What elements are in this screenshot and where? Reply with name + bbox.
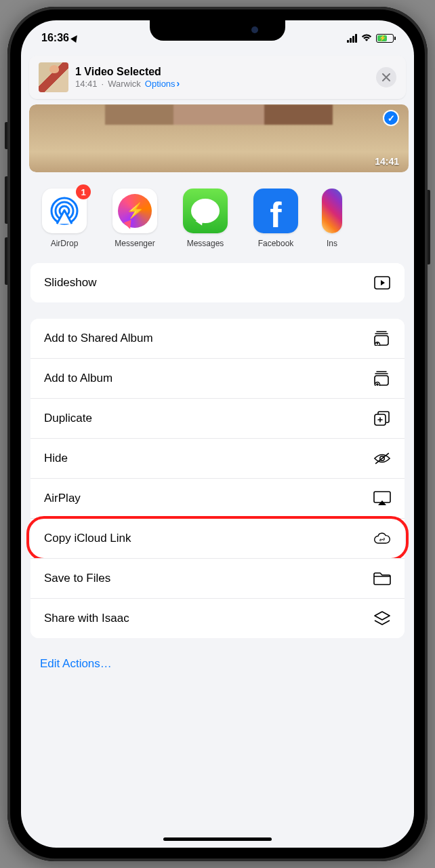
volume-down-button <box>5 237 7 285</box>
edit-actions-link[interactable]: Edit Actions… <box>21 645 414 691</box>
save-files-label: Save to Files <box>44 572 110 585</box>
airdrop-icon: 1 <box>42 189 87 233</box>
selected-check-icon: ✓ <box>383 110 399 126</box>
facebook-app[interactable]: f Facebook <box>251 189 300 248</box>
slideshow-label: Slideshow <box>44 276 97 290</box>
duplicate-label: Duplicate <box>44 412 92 425</box>
header-location: Warwick <box>108 79 141 89</box>
close-button[interactable] <box>376 67 396 87</box>
airplay-icon <box>373 491 391 506</box>
share-with-isaac-action[interactable]: Share with Isaac <box>30 598 405 638</box>
screen: 16:36 ⚡ 1 Video Selected 14:41 · Warwick… <box>21 20 414 848</box>
instagram-app[interactable]: Ins <box>322 189 342 248</box>
mute-switch <box>5 122 7 149</box>
share-apps-row[interactable]: 1 AirDrop ⚡ Messenger Messages f <box>21 172 414 263</box>
slideshow-action[interactable]: Slideshow <box>30 263 405 302</box>
eye-slash-icon <box>373 451 391 466</box>
album-person-icon <box>373 331 391 346</box>
selection-thumbnail <box>39 62 68 92</box>
add-shared-album-action[interactable]: Add to Shared Album <box>30 319 405 358</box>
airplay-action[interactable]: AirPlay <box>30 478 405 518</box>
selection-title: 1 Video Selected <box>75 66 369 78</box>
action-list-1: Slideshow <box>30 263 405 302</box>
video-duration: 14:41 <box>375 156 399 167</box>
wifi-icon <box>361 34 372 42</box>
add-album-label: Add to Album <box>44 372 112 385</box>
play-box-icon <box>373 275 391 290</box>
header-time: 14:41 <box>75 79 98 89</box>
share-isaac-label: Share with Isaac <box>44 612 129 625</box>
hide-label: Hide <box>44 452 68 465</box>
home-indicator[interactable] <box>163 837 272 841</box>
power-button <box>428 190 430 264</box>
notch <box>150 20 285 41</box>
facebook-label: Facebook <box>258 239 294 248</box>
messenger-icon: ⚡ <box>112 189 157 233</box>
add-shared-album-label: Add to Shared Album <box>44 332 153 345</box>
phone-frame: 16:36 ⚡ 1 Video Selected 14:41 · Warwick… <box>7 7 428 861</box>
save-to-files-action[interactable]: Save to Files <box>30 558 405 598</box>
airdrop-label: AirDrop <box>51 239 79 248</box>
options-button[interactable]: Options› <box>145 78 180 89</box>
hide-action[interactable]: Hide <box>30 438 405 478</box>
share-header: 1 Video Selected 14:41 · Warwick Options… <box>29 56 406 99</box>
action-list-2: Add to Shared Album Add to Album Duplica… <box>30 319 405 638</box>
location-arrow-icon <box>70 33 80 43</box>
svg-point-6 <box>377 342 378 344</box>
preview-row: ✓ 14:41 <box>29 104 414 172</box>
airdrop-badge: 1 <box>76 184 91 199</box>
duplicate-icon <box>373 411 391 426</box>
selected-video-preview[interactable]: ✓ 14:41 <box>29 104 409 172</box>
volume-up-button <box>5 176 7 224</box>
chevron-right-icon: › <box>177 78 180 89</box>
separator: · <box>102 79 104 89</box>
messages-label: Messages <box>187 239 224 248</box>
folder-icon <box>373 571 391 586</box>
copy-icloud-link-action[interactable]: Copy iCloud Link <box>30 518 405 558</box>
copy-icloud-label: Copy iCloud Link <box>44 532 131 545</box>
instagram-label: Ins <box>327 239 337 248</box>
layers-icon <box>373 611 391 626</box>
messages-icon <box>183 189 228 233</box>
duplicate-action[interactable]: Duplicate <box>30 398 405 438</box>
airdrop-app[interactable]: 1 AirDrop <box>40 189 89 248</box>
add-album-action[interactable]: Add to Album <box>30 358 405 398</box>
messenger-label: Messenger <box>115 239 154 248</box>
status-time: 16:36 <box>41 32 69 44</box>
close-icon <box>381 73 391 82</box>
album-plus-icon <box>373 371 391 386</box>
facebook-icon: f <box>253 189 298 233</box>
cloud-link-icon <box>373 531 391 546</box>
battery-icon: ⚡ <box>376 34 394 43</box>
airplay-label: AirPlay <box>44 492 81 505</box>
instagram-icon <box>322 189 342 233</box>
cellular-signal-icon <box>347 34 357 43</box>
messages-app[interactable]: Messages <box>181 189 230 248</box>
messenger-app[interactable]: ⚡ Messenger <box>110 189 159 248</box>
